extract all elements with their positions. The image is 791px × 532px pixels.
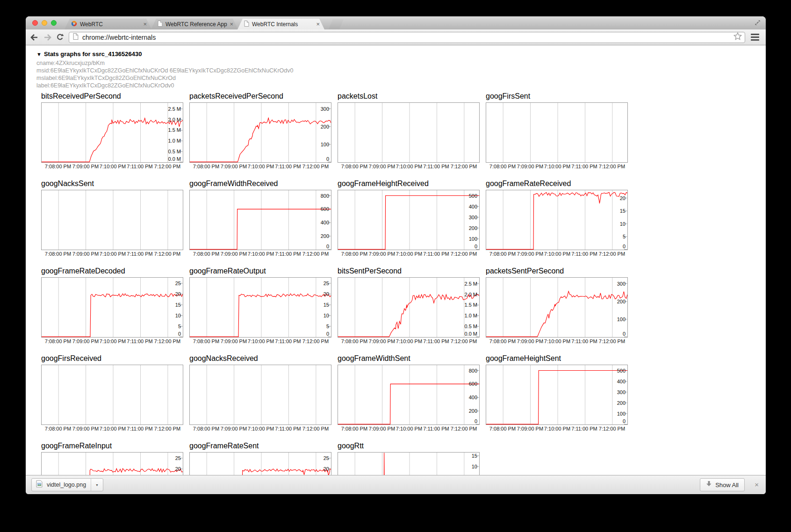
chart-title: googFrameWidthSent (338, 354, 479, 363)
x-axis-label: 7:11:00 PM (421, 338, 452, 344)
stats-graph: googFrameHeightSent 5004003002001000 7:0… (486, 354, 627, 432)
chart-plot: 2.5 M2.0 M1.5 M1.0 M0.5 M0.0 M (41, 102, 183, 163)
tab-close-icon[interactable]: × (143, 21, 147, 27)
y-axis-label: 2.5 M (464, 281, 477, 287)
tab-title: WebRTC Reference App (165, 21, 228, 28)
chart-x-axis-labels: 7:08:00 PM7:09:00 PM7:10:00 PM7:11:00 PM… (338, 426, 480, 432)
y-axis-label: 5 (326, 324, 329, 329)
back-button[interactable] (30, 34, 39, 41)
y-axis-label: 5 (623, 234, 626, 239)
y-axis-label: 15 (620, 208, 626, 214)
y-axis-label: 400 (321, 220, 329, 225)
browser-window: WebRTC × WebRTC Reference App × WebRTC I… (26, 16, 766, 494)
x-axis-label: 7:09:00 PM (218, 251, 249, 257)
bookmark-star-icon[interactable] (733, 32, 742, 42)
y-axis-label: 25 (324, 280, 329, 286)
y-axis-label: 1.0 M (464, 313, 477, 318)
tab-webrtc-internals[interactable]: WebRTC Internals × (237, 19, 324, 29)
chart-title: googFrameRateInput (41, 441, 182, 450)
omnibox[interactable]: chrome://webrtc-internals (69, 32, 745, 43)
x-axis-label: 7:08:00 PM (339, 426, 370, 431)
stats-graph: googFrameHeightReceived 5004003002001000… (338, 179, 479, 258)
menu-hamburger-icon[interactable] (751, 34, 759, 41)
y-axis-label: 0 (326, 331, 329, 337)
minimize-button[interactable] (42, 20, 47, 26)
chart-plot: 2520151050 (189, 452, 331, 475)
y-axis-label: 400 (469, 395, 477, 400)
chart-plot: 2520151050 (189, 277, 331, 338)
chart-x-axis-labels: 7:08:00 PM7:09:00 PM7:10:00 PM7:11:00 PM… (338, 251, 480, 258)
stats-graph: packetsReceivedPerSecond 3002001000 7:08… (189, 92, 331, 170)
x-axis-label: 7:12:00 PM (597, 338, 627, 344)
y-axis-label: 200 (617, 400, 626, 406)
y-axis-label: 800 (469, 368, 477, 374)
x-axis-label: 7:09:00 PM (70, 426, 101, 431)
x-axis-label: 7:12:00 PM (448, 338, 479, 344)
stats-graph: googFirsReceived 7:08:00 PM7:09:00 PM7:1… (41, 354, 182, 432)
tab-close-icon[interactable]: × (316, 21, 320, 27)
x-axis-label: 7:10:00 PM (542, 251, 573, 257)
stats-graph: googFrameRateReceived 20151050 7:08:00 P… (486, 179, 627, 258)
new-tab-button[interactable] (329, 19, 344, 29)
chart-x-axis-labels: 7:08:00 PM7:09:00 PM7:10:00 PM7:11:00 PM… (41, 251, 183, 258)
y-axis-label: 0 (623, 244, 626, 249)
y-axis-label: 0.5 M (464, 324, 477, 329)
y-axis-label: 20 (324, 466, 329, 472)
x-axis-label: 7:10:00 PM (245, 164, 276, 169)
stats-graph: googFrameRateDecoded 2520151050 7:08:00 … (41, 266, 182, 345)
chart-plot: 151050 (338, 452, 480, 475)
chart-title: googNacksReceived (189, 354, 331, 363)
back-arrow-icon (30, 34, 39, 41)
page-content: ▼Stats graphs for ssrc_4136526430 cname:… (26, 45, 766, 475)
reload-button[interactable] (56, 33, 64, 41)
y-axis-label: 1.5 M (168, 127, 181, 133)
dropdown-caret-icon[interactable]: ▼ (91, 483, 103, 487)
chart-plot (338, 102, 480, 163)
tab-title: WebRTC (80, 21, 141, 28)
x-axis-label: 7:12:00 PM (152, 164, 183, 169)
x-axis-label: 7:08:00 PM (191, 426, 222, 431)
stats-graph: googFirsSent 7:08:00 PM7:09:00 PM7:10:00… (486, 92, 627, 170)
tab-webrtc[interactable]: WebRTC × (65, 19, 151, 29)
show-all-button[interactable]: Show All (700, 478, 745, 491)
y-axis-label: 200 (321, 233, 329, 239)
fullscreen-icon[interactable] (754, 19, 762, 29)
x-axis-label: 7:09:00 PM (515, 164, 546, 169)
chart-plot: 2.5 M2.0 M1.5 M1.0 M0.5 M0.0 M (338, 277, 480, 338)
tab-webrtc-reference-app[interactable]: WebRTC Reference App × (151, 19, 238, 29)
y-axis-label: 0 (623, 418, 626, 424)
x-axis-label: 7:12:00 PM (448, 251, 479, 257)
x-axis-label: 7:12:00 PM (448, 164, 479, 169)
chart-title: googNacksSent (41, 179, 182, 188)
x-axis-label: 7:11:00 PM (569, 251, 600, 257)
window-controls (32, 20, 57, 26)
x-axis-label: 7:09:00 PM (70, 338, 101, 344)
x-axis-label: 7:12:00 PM (300, 251, 331, 257)
chart-x-axis-labels: 7:08:00 PM7:09:00 PM7:10:00 PM7:11:00 PM… (486, 338, 628, 345)
chart-title: googFrameRateOutput (189, 266, 331, 275)
tab-close-icon[interactable]: × (230, 21, 233, 27)
y-axis-label: 100 (617, 316, 626, 322)
x-axis-label: 7:11:00 PM (569, 426, 600, 431)
stats-graph: packetsSentPerSecond 3002001000 7:08:00 … (486, 266, 627, 345)
x-axis-label: 7:12:00 PM (152, 338, 183, 344)
chart-plot: 2520151050 (41, 277, 183, 338)
forward-button[interactable] (43, 34, 52, 41)
x-axis-label: 7:11:00 PM (273, 251, 303, 257)
y-axis-label: 100 (617, 411, 626, 417)
chart-title: googFirsReceived (41, 354, 182, 363)
chart-title: googFrameRateSent (189, 441, 331, 450)
url-text[interactable]: chrome://webrtc-internals (82, 34, 733, 41)
x-axis-label: 7:10:00 PM (97, 426, 128, 431)
y-axis-label: 0 (475, 418, 477, 424)
chart-plot: 3002001000 (486, 277, 628, 338)
chart-title: googFrameRateReceived (486, 179, 627, 188)
stats-graph: googFrameRateOutput 2520151050 7:08:00 P… (189, 266, 331, 345)
page-icon (244, 20, 249, 29)
shelf-close-icon[interactable]: × (755, 481, 759, 488)
zoom-button[interactable] (51, 20, 57, 26)
close-button[interactable] (32, 20, 38, 26)
x-axis-label: 7:08:00 PM (43, 251, 73, 257)
download-item[interactable]: vidtel_logo.png ▼ (31, 478, 103, 491)
x-axis-label: 7:08:00 PM (487, 426, 518, 431)
